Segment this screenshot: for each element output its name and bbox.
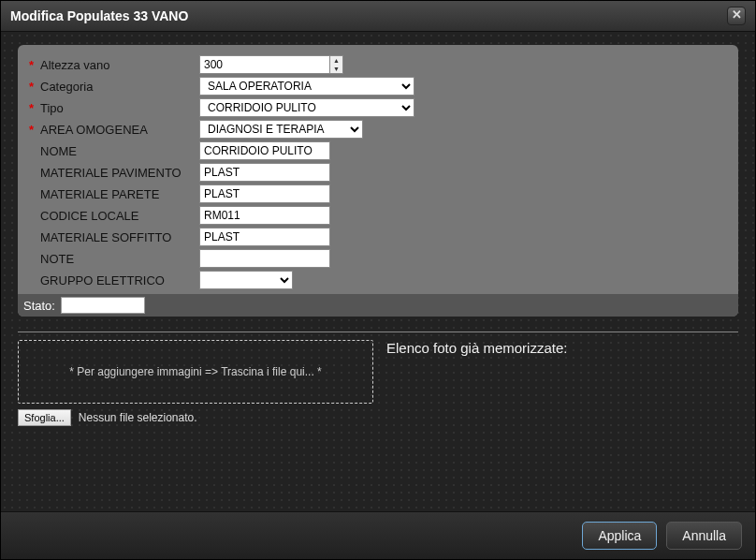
no-file-text: Nessun file selezionato.: [79, 411, 197, 424]
select-area[interactable]: DIAGNOSI E TERAPIA: [199, 120, 363, 139]
label-categoria: Categoria: [40, 80, 199, 94]
input-note[interactable]: [199, 249, 330, 268]
dialog-content: * Altezza vano ▲ ▼ * Categoria SALA OPER…: [1, 32, 755, 511]
required-marker: *: [29, 123, 36, 137]
dropzone-wrap: * Per aggiungere immagini => Trascina i …: [18, 340, 373, 426]
required-marker: *: [29, 80, 36, 94]
input-stato[interactable]: [61, 297, 145, 314]
input-codice[interactable]: [199, 206, 330, 225]
label-altezza: Altezza vano: [40, 58, 199, 72]
dialog: Modifica Populates 33 VANO ✕ * Altezza v…: [0, 0, 756, 560]
row-mat-sof: MATERIALE SOFFITTO: [29, 227, 727, 247]
form-panel: * Altezza vano ▲ ▼ * Categoria SALA OPER…: [18, 45, 738, 317]
row-tipo: * Tipo CORRIDOIO PULITO: [29, 97, 727, 118]
required-marker: *: [29, 101, 36, 115]
dropzone-text: * Per aggiungere immagini => Trascina i …: [69, 365, 321, 378]
input-nome[interactable]: [199, 141, 330, 160]
apply-button[interactable]: Applica: [582, 522, 657, 550]
dialog-title: Modifica Populates 33 VANO: [10, 8, 188, 23]
label-mat-par: MATERIALE PARETE: [40, 187, 199, 201]
label-mat-sof: MATERIALE SOFFITTO: [40, 230, 199, 244]
row-nome: NOME: [29, 140, 727, 161]
spinner-up-icon[interactable]: ▲: [330, 56, 342, 65]
label-gruppo: GRUPPO ELETTRICO: [40, 273, 199, 287]
browse-button[interactable]: Sfoglia...: [18, 409, 71, 426]
row-mat-pav: MATERIALE PAVIMENTO: [29, 162, 727, 183]
row-stato: Stato:: [18, 294, 738, 317]
row-altezza: * Altezza vano ▲ ▼: [29, 54, 727, 75]
label-codice: CODICE LOCALE: [40, 209, 199, 223]
label-stato: Stato:: [23, 299, 55, 313]
input-mat-par[interactable]: [199, 184, 330, 203]
dropzone[interactable]: * Per aggiungere immagini => Trascina i …: [18, 340, 373, 404]
row-gruppo: GRUPPO ELETTRICO: [29, 270, 727, 290]
lower-section: * Per aggiungere immagini => Trascina i …: [18, 340, 738, 426]
row-mat-par: MATERIALE PARETE: [29, 184, 727, 204]
titlebar: Modifica Populates 33 VANO ✕: [1, 1, 755, 32]
row-area: * AREA OMOGENEA DIAGNOSI E TERAPIA: [29, 119, 727, 140]
close-button[interactable]: ✕: [727, 7, 746, 25]
photo-list: Elenco foto già memorizzate:: [386, 340, 567, 426]
select-gruppo[interactable]: [199, 271, 293, 289]
select-categoria[interactable]: SALA OPERATORIA: [199, 77, 414, 96]
close-icon: ✕: [732, 7, 742, 22]
spinner-altezza[interactable]: ▲ ▼: [330, 55, 343, 74]
dialog-footer: Applica Annulla: [1, 511, 755, 559]
row-note: NOTE: [29, 248, 727, 269]
label-area: AREA OMOGENEA: [40, 123, 199, 137]
cancel-button[interactable]: Annulla: [666, 522, 742, 550]
required-marker: *: [29, 58, 36, 72]
divider: [18, 332, 738, 332]
input-mat-pav[interactable]: [199, 163, 330, 182]
label-nome: NOME: [40, 144, 199, 158]
label-mat-pav: MATERIALE PAVIMENTO: [40, 166, 199, 180]
file-row: Sfoglia... Nessun file selezionato.: [18, 409, 373, 426]
input-altezza[interactable]: [199, 55, 330, 74]
row-codice: CODICE LOCALE: [29, 205, 727, 226]
spinner-down-icon[interactable]: ▼: [330, 65, 342, 73]
label-note: NOTE: [40, 252, 199, 266]
label-tipo: Tipo: [40, 101, 199, 115]
select-tipo[interactable]: CORRIDOIO PULITO: [199, 98, 414, 117]
photo-list-title: Elenco foto già memorizzate:: [386, 340, 567, 356]
input-mat-sof[interactable]: [199, 228, 330, 246]
row-categoria: * Categoria SALA OPERATORIA: [29, 76, 727, 96]
